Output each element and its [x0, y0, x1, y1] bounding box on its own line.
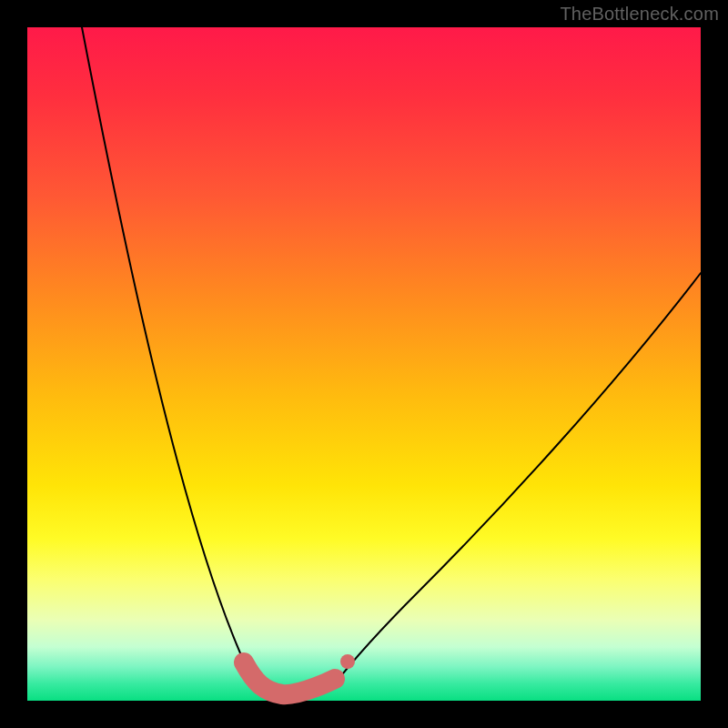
plot-svg [27, 27, 701, 701]
left-curve [82, 27, 278, 694]
right-curve [332, 273, 701, 687]
bottom-marker-stroke [244, 662, 335, 694]
watermark-label: TheBottleneck.com [560, 4, 719, 25]
marker-dot [340, 654, 355, 669]
plot-area [27, 27, 701, 701]
chart-stage: TheBottleneck.com [0, 0, 728, 728]
